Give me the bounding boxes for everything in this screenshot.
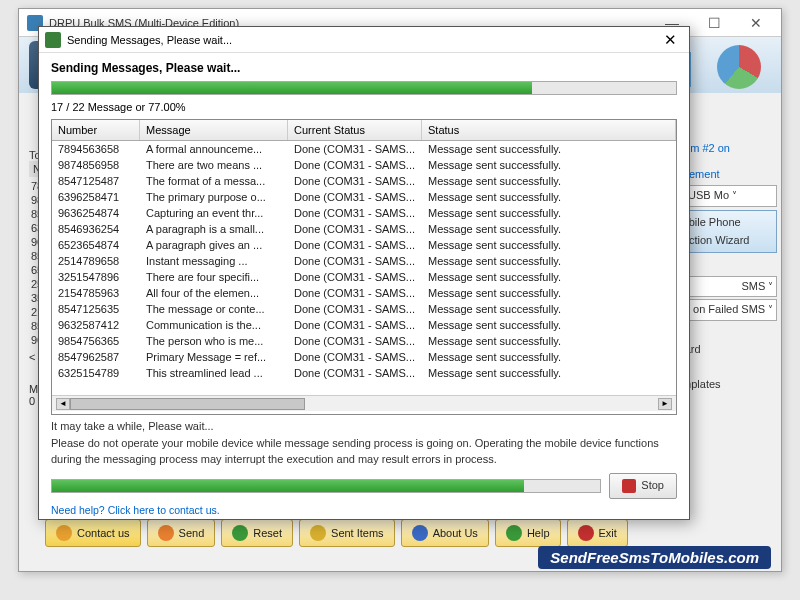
- table-row[interactable]: 9632587412 Communication is the...Done (…: [52, 317, 676, 333]
- table-row[interactable]: 3251547896There are four specifi...Done …: [52, 269, 676, 285]
- pie-chart-icon: [717, 45, 761, 89]
- wait-text: It may take a while, Please wait...: [51, 419, 677, 434]
- table-row[interactable]: 8547125635The message or conte...Done (C…: [52, 301, 676, 317]
- table-row[interactable]: 6523654874A paragraph gives an ...Done (…: [52, 237, 676, 253]
- table-row[interactable]: 9636254874Capturing an event thr...Done …: [52, 205, 676, 221]
- scroll-left-icon[interactable]: ◄: [56, 398, 70, 410]
- maximize-button[interactable]: ☐: [693, 11, 735, 35]
- close-button[interactable]: ✕: [735, 11, 777, 35]
- table-row[interactable]: 2514789658Instant messaging ...Done (COM…: [52, 253, 676, 269]
- status-grid: Number Message Current Status Status 789…: [51, 119, 677, 415]
- col-message[interactable]: Message: [140, 120, 288, 140]
- dialog-title-bar: Sending Messages, Please wait... ✕: [39, 27, 689, 53]
- scroll-right-icon[interactable]: ►: [658, 398, 672, 410]
- dialog-icon: [45, 32, 61, 48]
- watermark: SendFreeSmsToMobiles.com: [538, 546, 771, 569]
- scroll-thumb[interactable]: [70, 398, 305, 410]
- table-row[interactable]: 9874856958There are two means ...Done (C…: [52, 157, 676, 173]
- table-row[interactable]: 8547125487The format of a messa...Done (…: [52, 173, 676, 189]
- table-row[interactable]: 6396258471The primary purpose o...Done (…: [52, 189, 676, 205]
- table-row[interactable]: 8546936254A paragraph is a small...Done …: [52, 221, 676, 237]
- table-row[interactable]: 2154785963 All four of the elemen...Done…: [52, 285, 676, 301]
- progress-text: 17 / 22 Message or 77.00%: [51, 101, 677, 113]
- dialog-heading: Sending Messages, Please wait...: [51, 61, 677, 75]
- stop-icon: [622, 479, 636, 493]
- table-row[interactable]: 8547962587 Primary Message = ref...Done …: [52, 349, 676, 365]
- grid-header: Number Message Current Status Status: [52, 120, 676, 141]
- stop-button[interactable]: Stop: [609, 473, 677, 498]
- warning-text: Please do not operate your mobile device…: [51, 436, 677, 467]
- col-number[interactable]: Number: [52, 120, 140, 140]
- table-row[interactable]: 6325154789This streamlined lead ...Done …: [52, 365, 676, 381]
- progress-bar: [51, 81, 677, 95]
- table-row[interactable]: 7894563658 A formal announceme...Done (C…: [52, 141, 676, 157]
- dialog-title: Sending Messages, Please wait...: [67, 34, 657, 46]
- progress-bar-2: [51, 479, 601, 493]
- dialog-close-button[interactable]: ✕: [657, 30, 683, 50]
- table-row[interactable]: 9854756365 The person who is me...Done (…: [52, 333, 676, 349]
- col-current-status[interactable]: Current Status: [288, 120, 422, 140]
- horizontal-scrollbar[interactable]: ◄ ►: [52, 395, 676, 411]
- sending-dialog: Sending Messages, Please wait... ✕ Sendi…: [38, 26, 690, 520]
- col-status[interactable]: Status: [422, 120, 676, 140]
- help-link[interactable]: Need help? Click here to contact us.: [51, 503, 677, 518]
